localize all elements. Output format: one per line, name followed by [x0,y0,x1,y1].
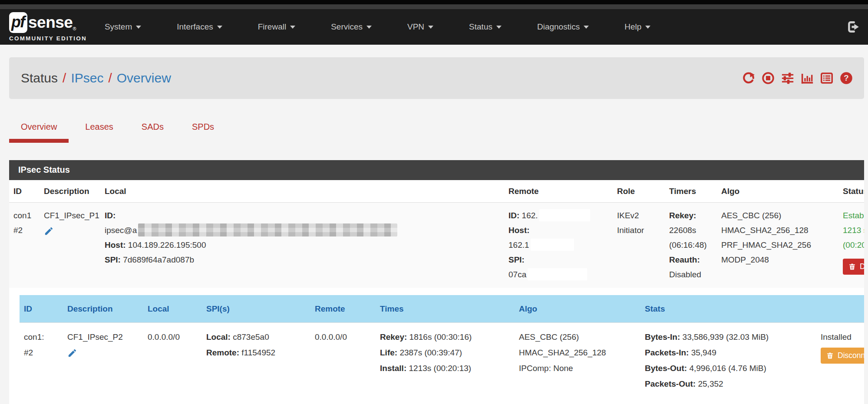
remote-id-value: 162. [522,211,538,220]
menu-status[interactable]: Status [451,9,519,45]
ipsec-status-panel: IPsec Status ID Description Local Remote… [9,160,864,404]
child-sa-row: ID Description Local SPI(s) Remote Times… [9,288,864,404]
algo-line: PRF_HMAC_SHA2_256 [721,238,834,253]
install-label: Install: [380,364,406,373]
pfsense-logo-sense: sense [28,13,73,32]
cell-local: ID: ipsec@a Host: 104.189.226.195:500 SP… [100,203,504,288]
algo-line: MODP_2048 [721,253,834,267]
breadcrumb-separator: / [108,71,112,85]
chevron-down-icon [584,26,589,29]
col-description: Description [40,180,100,203]
local-spi-label: SPI: [105,255,121,264]
ipsec-tabs: Overview Leases SADs SPDs [9,117,859,143]
help-icon[interactable]: ? [840,72,853,85]
child-description: CF1_IPsec_P2 [67,329,139,345]
sliders-icon[interactable] [781,72,794,85]
remote-host-label: Host: [508,226,530,235]
col-id: ID [9,180,40,203]
child-header-row: ID Description Local SPI(s) Remote Times… [20,295,864,323]
local-id-label: ID: [105,211,116,220]
chevron-down-icon [217,26,222,29]
menu-help[interactable]: Help [607,9,668,45]
menu-services-label: Services [331,22,363,31]
redacted-box [528,268,587,280]
disconnect-label: Disconnect [860,262,864,271]
cell-times: Rekey: 1816s (00:30:16) Life: 2387s (00:… [376,323,515,399]
panel-title: IPsec Status [9,160,864,180]
menu-firewall[interactable]: Firewall [240,9,313,45]
cell-description: CF1_IPsec_P2 [63,323,143,399]
cell-remote: ID: 162. Host: 162.1 SPI: 07ca [504,203,613,288]
menu-vpn[interactable]: VPN [389,9,451,45]
child-state: Installed [821,329,864,345]
pfsense-logo-pf: pf [9,12,27,33]
status-established: Established [843,208,864,223]
log-icon[interactable] [820,72,833,85]
cell-stats: Bytes-In: 33,586,939 (32.03 MiB) Packets… [640,323,816,399]
col-spis: SPI(s) [202,295,310,323]
trash-icon [848,263,856,270]
menu-diagnostics[interactable]: Diagnostics [519,9,607,45]
cell-role: IKEv2 Initiator [613,203,665,288]
stop-icon[interactable] [762,72,775,85]
child-id-line2: #2 [24,345,59,361]
algo-line: AES_CBC (256) [519,329,636,345]
tab-spds[interactable]: SPDs [180,117,226,143]
bytes-in-value: 33,586,939 (32.03 MiB) [683,332,769,342]
bytes-out-value: 4,996,016 (4.76 MiB) [689,364,766,373]
top-navbar: pf sense ® COMMUNITY EDITION System Inte… [0,9,868,45]
pfsense-logo[interactable]: pf sense ® COMMUNITY EDITION [9,12,87,42]
cell-remote: 0.0.0.0/0 [310,323,376,399]
breadcrumb-ipsec-link[interactable]: IPsec [71,71,103,85]
spi-remote-label: Remote: [206,348,239,357]
col-stats: Stats [640,295,816,323]
tab-leases[interactable]: Leases [73,117,125,143]
menu-system[interactable]: System [87,9,159,45]
disconnect-button[interactable]: Disconnect [843,259,864,275]
sign-out-icon[interactable] [846,20,861,34]
menu-status-label: Status [469,22,492,31]
packets-out-value: 25,352 [698,379,723,388]
chevron-down-icon [136,26,141,29]
trash-icon [826,352,834,359]
child-sa-table: ID Description Local SPI(s) Remote Times… [20,295,864,398]
edit-icon[interactable] [44,226,54,236]
menu-vpn-label: VPN [407,22,424,31]
cell-actions: Installed Disconnect [816,323,864,399]
cell-algo: AES_CBC (256) HMAC_SHA2_256_128 IPComp: … [515,323,640,399]
local-spi-value: 7d689f64a7ad087b [123,255,194,264]
menu-interfaces[interactable]: Interfaces [159,9,240,45]
disconnect-child-button[interactable]: Disconnect [821,348,864,364]
edit-icon[interactable] [67,348,77,358]
pfsense-logo-row: pf sense ® [9,12,87,33]
col-status: Status [838,180,864,203]
navbar-right [846,20,861,34]
cell-status: Established 1213 seconds (00:20:13) ago … [838,203,864,288]
cell-local: 0.0.0.0/0 [143,323,202,399]
algo-line: HMAC_SHA2_256_128 [721,223,834,238]
remote-spi-label: SPI: [508,255,525,264]
rekey-value: 22608s [669,223,713,238]
tab-overview[interactable]: Overview [9,117,69,143]
breadcrumb-overview-link[interactable]: Overview [117,71,171,85]
col-timers: Timers [665,180,717,203]
col-algo: Algo [515,295,640,323]
main-menu: System Interfaces Firewall Services VPN … [87,9,668,45]
redacted-box [539,209,590,221]
ike-description: CF1_IPsec_P1 [44,208,96,223]
chevron-down-icon [645,26,650,29]
packets-in-label: Packets-In: [645,348,689,357]
refresh-icon[interactable] [742,72,755,85]
ike-id-line2: #2 [13,223,35,238]
cell-timers: Rekey: 22608s (06:16:48) Reauth: Disable… [665,203,717,288]
ike-table: ID Description Local Remote Role Timers … [9,180,864,404]
chart-icon[interactable] [801,72,814,85]
menu-services[interactable]: Services [313,9,389,45]
table-row: con1: #2 CF1_IPsec_P2 [20,323,864,399]
col-actions [816,295,864,323]
local-host-value: 104.189.226.195:500 [128,240,206,250]
page-action-icons: ? [742,72,853,85]
breadcrumb-status: Status [21,71,58,85]
tab-sads[interactable]: SADs [130,117,175,143]
child-sa-wrap: ID Description Local SPI(s) Remote Times… [9,288,864,404]
